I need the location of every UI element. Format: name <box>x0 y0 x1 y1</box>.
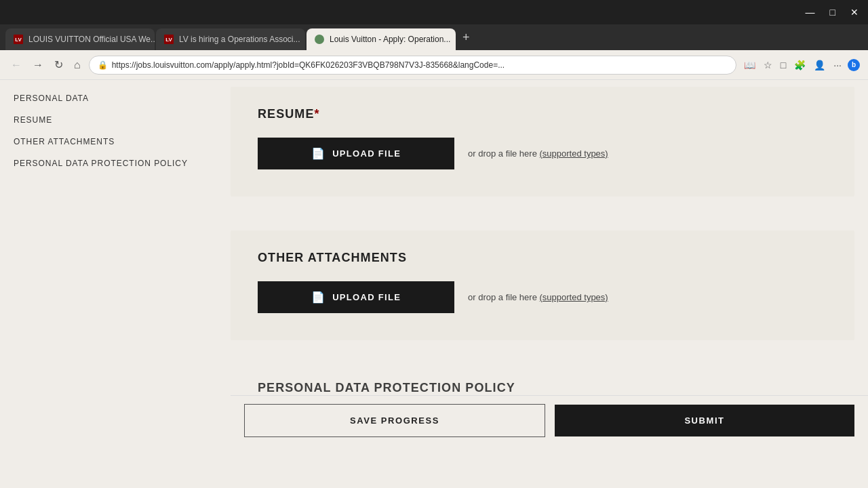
extensions-icon[interactable]: 🧩 <box>792 58 808 73</box>
tab1-label: LOUIS VUITTON Official USA We... <box>28 35 155 44</box>
spacer-2 <box>231 347 868 367</box>
address-text: https://jobs.louisvuitton.com/apply/appl… <box>112 60 728 70</box>
other-attachments-section-title: OTHER ATTACHMENTS <box>258 251 827 265</box>
tab2-favicon: LV <box>164 35 174 44</box>
spacer-1 <box>231 203 868 224</box>
more-icon[interactable]: ··· <box>831 58 844 73</box>
browser-tab-3[interactable]: Louis Vuitton - Apply: Operation... ✕ <box>307 28 456 50</box>
close-button[interactable]: ✕ <box>846 5 863 19</box>
sidebar-item-resume[interactable]: RESUME <box>14 115 217 125</box>
new-tab-button[interactable]: + <box>457 30 475 45</box>
read-mode-icon[interactable]: 📖 <box>742 58 757 73</box>
other-attachments-upload-row: 📄 UPLOAD FILE or drop a file here (suppo… <box>258 281 827 313</box>
maximize-button[interactable]: □ <box>826 5 840 19</box>
tab-bar: LV LOUIS VUITTON Official USA We... ✕ LV… <box>0 24 868 50</box>
other-attachments-section-card: OTHER ATTACHMENTS 📄 UPLOAD FILE or drop … <box>231 230 854 340</box>
resume-section-title: RESUME* <box>258 107 827 121</box>
resume-section-card: RESUME* 📄 UPLOAD FILE or drop a file her… <box>231 87 854 197</box>
sidebar-item-personal-data[interactable]: PERSONAL DATA <box>14 94 217 103</box>
browser-tab-1[interactable]: LV LOUIS VUITTON Official USA We... ✕ <box>5 28 155 50</box>
home-button[interactable]: ⌂ <box>71 56 83 74</box>
sidebar: PERSONAL DATA RESUME OTHER ATTACHMENTS P… <box>0 80 231 488</box>
attachments-file-icon: 📄 <box>311 291 326 304</box>
main-area: RESUME* 📄 UPLOAD FILE or drop a file her… <box>231 80 868 488</box>
favorites-icon[interactable]: ☆ <box>762 58 774 73</box>
resume-required-star: * <box>315 107 320 121</box>
tab3-label: Louis Vuitton - Apply: Operation... <box>330 35 450 44</box>
resume-file-icon: 📄 <box>311 147 326 160</box>
resume-upload-button[interactable]: 📄 UPLOAD FILE <box>258 138 454 169</box>
profile-icon[interactable]: 👤 <box>812 58 827 73</box>
win-control-buttons[interactable]: — □ ✕ <box>802 5 863 19</box>
other-attachments-upload-button[interactable]: 📄 UPLOAD FILE <box>258 281 454 313</box>
resume-drop-text: or drop a file here (supported types) <box>468 148 608 159</box>
sidebar-item-other-attachments[interactable]: OTHER ATTACHMENTS <box>14 137 217 146</box>
lock-icon: 🔒 <box>98 60 108 70</box>
sidebar-item-protection-policy[interactable]: PERSONAL DATA PROTECTION POLICY <box>14 159 217 168</box>
other-drop-text: or drop a file here (supported types) <box>468 292 608 302</box>
title-bar: — □ ✕ <box>0 0 868 24</box>
page-content: PERSONAL DATA RESUME OTHER ATTACHMENTS P… <box>0 80 868 488</box>
nav-icons: 📖 ☆ □ 🧩 👤 ··· b <box>742 58 860 73</box>
forward-button[interactable]: → <box>30 56 46 74</box>
resume-supported-types-link[interactable]: (supported types) <box>540 148 608 159</box>
bottom-action-bar: SAVE PROGRESS SUBMIT <box>231 395 868 445</box>
save-progress-button[interactable]: SAVE PROGRESS <box>244 404 545 437</box>
protection-policy-partial-title: PERSONAL DATA PROTECTION POLICY <box>231 367 868 395</box>
browser-tab-2[interactable]: LV LV is hiring a Operations Associ... ✕ <box>156 28 305 50</box>
minimize-button[interactable]: — <box>802 5 819 19</box>
tab2-label: LV is hiring a Operations Associ... <box>179 35 300 44</box>
submit-button[interactable]: SUBMIT <box>555 405 854 436</box>
tab3-favicon <box>315 35 324 44</box>
bing-icon[interactable]: b <box>848 59 860 71</box>
browser-frame: — □ ✕ LV LOUIS VUITTON Official USA We..… <box>0 0 868 488</box>
nav-bar: ← → ↻ ⌂ 🔒 https://jobs.louisvuitton.com/… <box>0 50 868 80</box>
refresh-button[interactable]: ↻ <box>52 56 66 74</box>
tab1-favicon: LV <box>14 35 23 44</box>
collections-icon[interactable]: □ <box>778 58 788 73</box>
address-bar[interactable]: 🔒 https://jobs.louisvuitton.com/apply/ap… <box>89 56 736 75</box>
resume-upload-row: 📄 UPLOAD FILE or drop a file here (suppo… <box>258 138 827 169</box>
back-button[interactable]: ← <box>8 56 24 74</box>
other-supported-types-link[interactable]: (supported types) <box>540 292 608 302</box>
